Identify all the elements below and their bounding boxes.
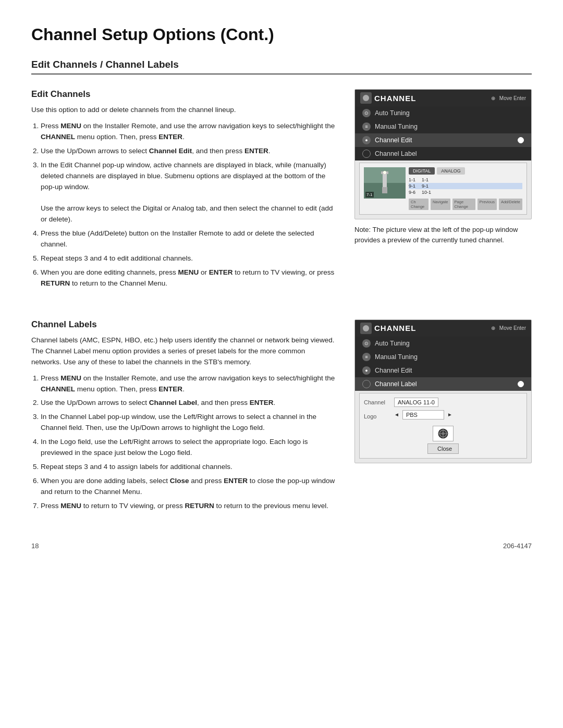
menu-item-manual-tuning-2[interactable]: ≡ Manual Tuning xyxy=(355,350,531,364)
channel-edit-popup: 7-1 DIGITAL ANALOG 1-1 1-1 9-1 xyxy=(359,163,527,215)
label-step-7: Press MENU to return to TV viewing, or p… xyxy=(41,501,336,512)
channel-labels-ui: CHANNEL ⊕ Move Enter ⊙ Auto Tuning ≡ Man… xyxy=(354,319,532,517)
channel-row-2[interactable]: 9-1 9-1 xyxy=(409,183,522,189)
tv-ui-header-2: CHANNEL ⊕ Move Enter xyxy=(355,320,531,337)
channel-tabs: DIGITAL ANALOG xyxy=(409,167,522,175)
channel-label-label-2: Channel Label xyxy=(375,380,417,388)
ch-row-3-col2: 10-1 xyxy=(422,190,431,195)
previous-btn[interactable]: Previous xyxy=(478,199,497,210)
circle-icon-2: ● xyxy=(362,366,371,375)
manual-tuning-label-1: Manual Tuning xyxy=(375,123,418,130)
selected-indicator-2 xyxy=(518,381,524,387)
navigate-btn[interactable]: Navigate xyxy=(431,199,450,210)
label-step-5: Repeat steps 3 and 4 to assign labels fo… xyxy=(41,462,336,473)
logo-right-arrow[interactable]: ► xyxy=(447,412,452,417)
label-step-4: In the Logo field, use the Left/Right ar… xyxy=(41,437,336,459)
channel-list: DIGITAL ANALOG 1-1 1-1 9-1 9-1 xyxy=(409,167,522,210)
bar-icon-2: ≡ xyxy=(362,353,371,361)
ch-row-1-col2: 1-1 xyxy=(422,177,429,182)
tv-logo-2: CHANNEL xyxy=(360,323,416,334)
svg-point-7 xyxy=(363,325,369,331)
logo-field-label: Logo xyxy=(364,413,390,419)
logo-preview xyxy=(433,426,454,441)
menu-item-channel-edit-1[interactable]: ● Channel Edit xyxy=(355,133,531,147)
menu-item-channel-edit-2[interactable]: ● Channel Edit xyxy=(355,364,531,377)
antenna-icon-1: ⊙ xyxy=(362,109,371,117)
channel-labels-title: Channel Labels xyxy=(31,319,336,330)
page-title: Channel Setup Options (Cont.) xyxy=(31,25,532,44)
channel-preview: 7-1 xyxy=(364,167,406,199)
logo-left-arrow[interactable]: ◄ xyxy=(394,412,399,417)
tv-ui-channel-title-2: CHANNEL xyxy=(374,324,416,332)
page-change-btn[interactable]: Page Change xyxy=(452,199,475,210)
add-delete-btn[interactable]: Add/Delete xyxy=(499,199,522,210)
menu-item-auto-tuning-1[interactable]: ⊙ Auto Tuning xyxy=(355,106,531,120)
circle-outline-icon-2 xyxy=(362,380,371,388)
close-button[interactable]: Close xyxy=(427,443,459,454)
svg-rect-3 xyxy=(383,172,387,188)
channel-edit-label-1: Channel Edit xyxy=(375,137,412,144)
channel-labels-section: Channel Labels Channel labels (AMC, ESPN… xyxy=(31,319,532,517)
channel-edit-label-2: Channel Edit xyxy=(375,367,412,374)
tv-brand-icon-2 xyxy=(360,323,372,334)
edit-step-5: Repeat steps 3 and 4 to edit additional … xyxy=(41,253,336,264)
tv-ui-header-1: CHANNEL ⊕ Move Enter xyxy=(355,90,531,106)
ch-row-2-col1: 9-1 xyxy=(409,183,415,189)
label-step-1: Press MENU on the Installer Remote, and … xyxy=(41,373,336,395)
nav-hint-text-1: Move Enter xyxy=(499,95,526,101)
edit-step-2: Use the Up/Down arrows to select Channel… xyxy=(41,146,336,157)
tv-ui-channel-edit: CHANNEL ⊕ Move Enter ⊙ Auto Tuning ≡ Man… xyxy=(354,89,532,219)
edit-step-6: When you are done editing channels, pres… xyxy=(41,267,336,289)
menu-item-channel-label-1[interactable]: Channel Label xyxy=(355,147,531,161)
move-icon-2: ⊕ xyxy=(491,325,495,331)
channel-row-1[interactable]: 1-1 1-1 xyxy=(409,177,522,183)
section-heading: Edit Channels / Channel Labels xyxy=(31,59,532,75)
page-footer: 18 206-4147 xyxy=(31,542,532,550)
manual-tuning-label-2: Manual Tuning xyxy=(375,353,418,361)
ch-row-1-col1: 1-1 xyxy=(409,177,415,182)
edit-channels-ui: CHANNEL ⊕ Move Enter ⊙ Auto Tuning ≡ Man… xyxy=(354,89,532,294)
edit-channels-text: Edit Channels Use this option to add or … xyxy=(31,89,336,294)
edit-step-3: In the Edit Channel pop-up window, activ… xyxy=(41,160,336,226)
tv-menu-2: ⊙ Auto Tuning ≡ Manual Tuning ● Channel … xyxy=(355,337,531,391)
svg-point-0 xyxy=(363,95,369,101)
edit-step-1: Press MENU on the Installer Remote, and … xyxy=(41,121,336,143)
pbs-logo-svg xyxy=(437,428,449,439)
digital-tab[interactable]: DIGITAL xyxy=(409,167,435,175)
channel-field-label: Channel xyxy=(364,399,390,405)
ch-row-3-col1: 9-6 xyxy=(409,190,415,195)
auto-tuning-label-1: Auto Tuning xyxy=(375,109,410,117)
auto-tuning-label-2: Auto Tuning xyxy=(375,340,410,347)
channel-label-label-1: Channel Label xyxy=(375,150,417,157)
tv-ui-channel-title-1: CHANNEL xyxy=(374,94,416,103)
menu-item-channel-label-2[interactable]: Channel Label xyxy=(355,377,531,391)
svg-point-6 xyxy=(383,171,386,174)
antenna-icon-2: ⊙ xyxy=(362,339,371,348)
channel-list-items: 1-1 1-1 9-1 9-1 9-6 10-1 xyxy=(409,177,522,195)
label-step-6: When you are done adding labels, select … xyxy=(41,476,336,498)
tv-logo-1: CHANNEL xyxy=(360,92,416,104)
logo-field-row: Logo ◄ PBS ► xyxy=(364,410,522,423)
ch-row-2-col2: 9-1 xyxy=(422,183,429,189)
tv-ui-channel-label: CHANNEL ⊕ Move Enter ⊙ Auto Tuning ≡ Man… xyxy=(354,319,532,463)
channel-preview-image: 7-1 xyxy=(364,167,406,199)
channel-field-value: ANALOG 11-0 xyxy=(394,398,438,407)
analog-tab[interactable]: ANALOG xyxy=(437,167,465,175)
circle-icon-1: ● xyxy=(362,136,371,144)
logo-value: PBS xyxy=(402,410,444,419)
ch-change-btn[interactable]: Ch Change xyxy=(409,199,429,210)
edit-channels-intro: Use this option to add or delete channel… xyxy=(31,105,336,116)
footer-page-number: 18 xyxy=(31,542,39,550)
edit-step-4: Press the blue (Add/Delete) button on th… xyxy=(41,228,336,250)
channel-bottom-bar: Ch Change Navigate Page Change Previous … xyxy=(409,199,522,210)
bar-icon-1: ≡ xyxy=(362,122,371,131)
tv-brand-icon xyxy=(360,92,372,104)
circle-outline-icon-1 xyxy=(362,150,371,158)
menu-item-manual-tuning-1[interactable]: ≡ Manual Tuning xyxy=(355,120,531,133)
preview-channel-number: 7-1 xyxy=(365,192,374,198)
label-step-3: In the Channel Label pop-up window, use … xyxy=(41,412,336,434)
menu-item-auto-tuning-2[interactable]: ⊙ Auto Tuning xyxy=(355,337,531,350)
selected-indicator-1 xyxy=(518,137,524,143)
channel-row-3[interactable]: 9-6 10-1 xyxy=(409,189,522,195)
logo-selector: ◄ PBS ► xyxy=(394,410,452,419)
